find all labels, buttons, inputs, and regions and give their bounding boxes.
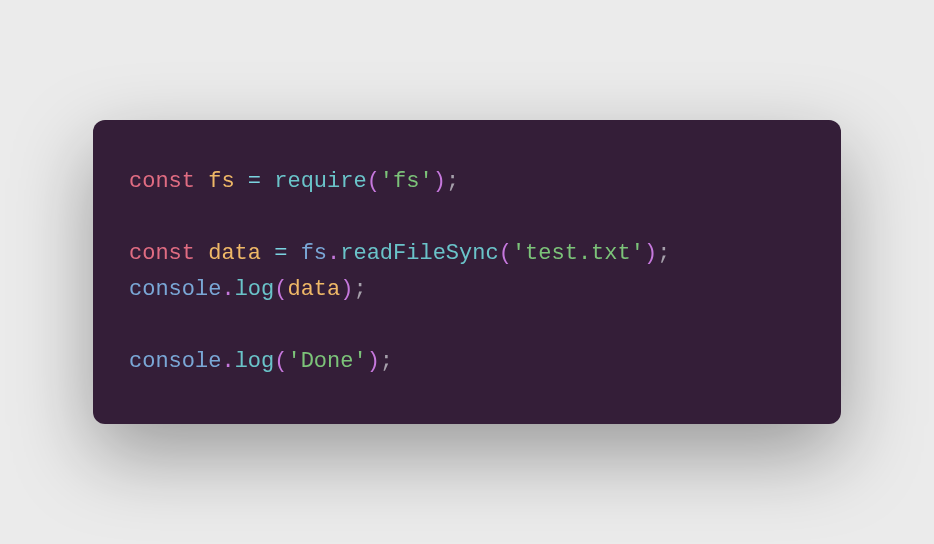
code-snippet: const fs = require('fs'); const data = f… bbox=[93, 120, 841, 424]
operator-equals: = bbox=[274, 241, 287, 266]
semicolon: ; bbox=[446, 169, 459, 194]
keyword-const: const bbox=[129, 241, 195, 266]
code-line-4: console.log(data); bbox=[129, 272, 805, 308]
argument-data: data bbox=[287, 277, 340, 302]
operator-equals: = bbox=[248, 169, 261, 194]
paren-open: ( bbox=[499, 241, 512, 266]
dot: . bbox=[221, 277, 234, 302]
object-console: console bbox=[129, 349, 221, 374]
code-line-5 bbox=[129, 308, 805, 344]
paren-open: ( bbox=[367, 169, 380, 194]
string-testtxt: 'test.txt' bbox=[512, 241, 644, 266]
code-line-3: const data = fs.readFileSync('test.txt')… bbox=[129, 236, 805, 272]
code-line-1: const fs = require('fs'); bbox=[129, 164, 805, 200]
function-require: require bbox=[274, 169, 366, 194]
variable-fs: fs bbox=[208, 169, 234, 194]
semicolon: ; bbox=[353, 277, 366, 302]
paren-close: ) bbox=[367, 349, 380, 374]
keyword-const: const bbox=[129, 169, 195, 194]
string-done: 'Done' bbox=[287, 349, 366, 374]
paren-open: ( bbox=[274, 277, 287, 302]
semicolon: ; bbox=[380, 349, 393, 374]
paren-close: ) bbox=[340, 277, 353, 302]
variable-data: data bbox=[208, 241, 261, 266]
dot: . bbox=[327, 241, 340, 266]
object-fs: fs bbox=[301, 241, 327, 266]
paren-open: ( bbox=[274, 349, 287, 374]
method-log: log bbox=[235, 349, 275, 374]
method-log: log bbox=[235, 277, 275, 302]
paren-close: ) bbox=[433, 169, 446, 194]
semicolon: ; bbox=[657, 241, 670, 266]
paren-close: ) bbox=[644, 241, 657, 266]
method-readfilesync: readFileSync bbox=[340, 241, 498, 266]
dot: . bbox=[221, 349, 234, 374]
code-line-2 bbox=[129, 200, 805, 236]
object-console: console bbox=[129, 277, 221, 302]
code-line-6: console.log('Done'); bbox=[129, 344, 805, 380]
string-fs: 'fs' bbox=[380, 169, 433, 194]
